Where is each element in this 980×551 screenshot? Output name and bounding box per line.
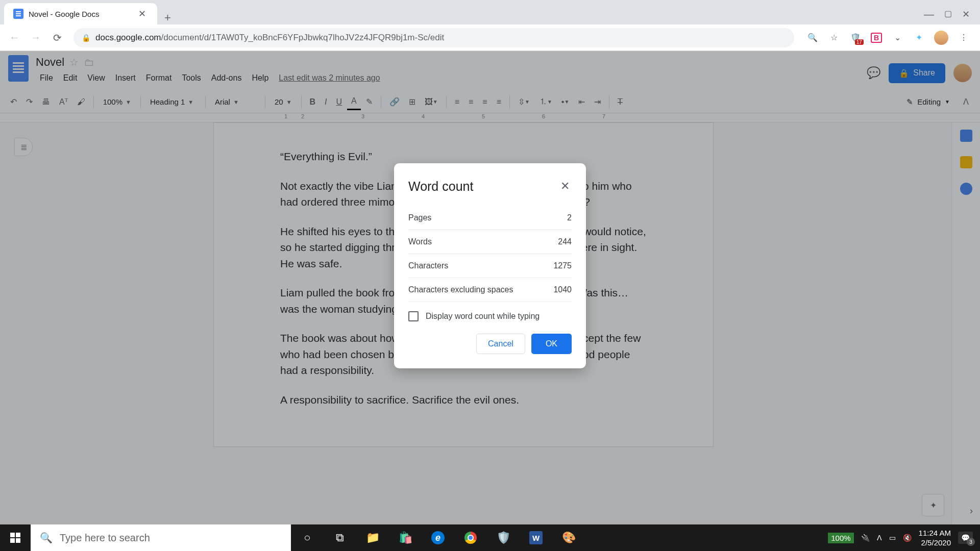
extension-shield-icon[interactable]: 🛡️17 — [849, 32, 862, 44]
checkbox-icon[interactable] — [408, 311, 419, 321]
forward-button[interactable]: → — [27, 29, 45, 47]
volume-icon[interactable]: 🔇 — [903, 534, 912, 542]
clock[interactable]: 11:24 AM 2/5/2020 — [919, 528, 951, 548]
ok-button[interactable]: OK — [531, 334, 572, 354]
battery-icon[interactable]: ▭ — [889, 534, 896, 542]
close-dialog-button[interactable]: ✕ — [558, 178, 572, 195]
tray-chevron-icon[interactable]: ᐱ — [877, 534, 882, 542]
search-icon: 🔍 — [40, 532, 53, 544]
cortana-icon[interactable]: ○ — [291, 524, 324, 551]
minimize-window-icon[interactable]: — — [924, 9, 934, 20]
stat-value: 1040 — [553, 285, 572, 294]
stat-value: 244 — [558, 237, 572, 246]
browser-tab[interactable]: Novel - Google Docs ✕ — [4, 3, 157, 24]
tab-title: Novel - Google Docs — [29, 10, 131, 18]
profile-avatar[interactable] — [934, 31, 948, 45]
browser-menu-icon[interactable]: ⋮ — [958, 32, 970, 44]
stat-row-pages: Pages 2 — [408, 206, 572, 230]
stat-value: 1275 — [553, 261, 572, 270]
notification-count: 3 — [967, 538, 975, 546]
dialog-title: Word count — [408, 179, 473, 194]
search-icon[interactable]: 🔍 — [806, 32, 819, 44]
stat-label: Words — [408, 237, 432, 246]
cancel-button[interactable]: Cancel — [476, 334, 525, 354]
new-tab-button[interactable]: + — [157, 11, 178, 24]
search-placeholder: Type here to search — [60, 532, 150, 544]
stat-label: Characters — [408, 261, 448, 270]
stat-value: 2 — [567, 213, 572, 222]
task-view-icon[interactable]: ⧉ — [324, 524, 356, 551]
power-icon[interactable]: 🔌 — [861, 534, 870, 542]
docs-favicon-icon — [13, 9, 23, 19]
pocket-icon[interactable]: ⌄ — [891, 32, 903, 44]
microsoft-store-icon[interactable]: 🛍️ — [389, 524, 422, 551]
close-tab-icon[interactable]: ✕ — [136, 8, 148, 19]
back-button[interactable]: ← — [5, 29, 23, 47]
clock-date: 2/5/2020 — [919, 538, 951, 548]
checkbox-label: Display word count while typing — [426, 312, 540, 321]
taskbar-search[interactable]: 🔍 Type here to search — [31, 524, 291, 551]
word-icon[interactable]: W — [520, 524, 552, 551]
stat-row-characters: Characters 1275 — [408, 254, 572, 278]
battery-percent[interactable]: 100% — [828, 533, 853, 543]
chrome-icon[interactable] — [454, 524, 487, 551]
display-while-typing-option[interactable]: Display word count while typing — [408, 302, 572, 334]
edge-icon[interactable] — [422, 524, 454, 551]
windows-logo-icon — [10, 533, 20, 543]
stat-row-characters-no-spaces: Characters excluding spaces 1040 — [408, 278, 572, 302]
extension-b-icon[interactable]: B — [871, 33, 882, 43]
word-count-dialog: Word count ✕ Pages 2 Words 244 Character… — [394, 163, 586, 368]
stat-row-words: Words 244 — [408, 230, 572, 254]
stat-label: Pages — [408, 213, 431, 222]
paint-icon[interactable]: 🎨 — [552, 524, 585, 551]
stat-label: Characters excluding spaces — [408, 285, 513, 294]
extension-flame-icon[interactable]: ✦ — [913, 32, 925, 44]
windows-taskbar: 🔍 Type here to search ○ ⧉ 📁 🛍️ 🛡️ W 🎨 10… — [0, 524, 980, 551]
reload-button[interactable]: ⟳ — [48, 29, 66, 47]
maximize-window-icon[interactable]: ▢ — [944, 9, 952, 20]
browser-address-bar: ← → ⟳ 🔒 docs.google.com/document/d/1TAW0… — [0, 24, 980, 51]
action-center-icon[interactable]: 💬3 — [958, 532, 973, 544]
start-button[interactable] — [0, 524, 31, 551]
lock-icon: 🔒 — [82, 34, 90, 42]
url-field[interactable]: 🔒 docs.google.com/document/d/1TAW0Ty_koB… — [74, 28, 794, 47]
browser-tab-strip: Novel - Google Docs ✕ + — ▢ ✕ — [0, 0, 980, 24]
clock-time: 11:24 AM — [919, 528, 951, 538]
url-text: docs.google.com/document/d/1TAW0Ty_koBnc… — [95, 33, 444, 43]
bookmark-star-icon[interactable]: ☆ — [828, 32, 840, 44]
file-explorer-icon[interactable]: 📁 — [356, 524, 389, 551]
close-window-icon[interactable]: ✕ — [962, 9, 970, 20]
security-app-icon[interactable]: 🛡️ — [487, 524, 520, 551]
